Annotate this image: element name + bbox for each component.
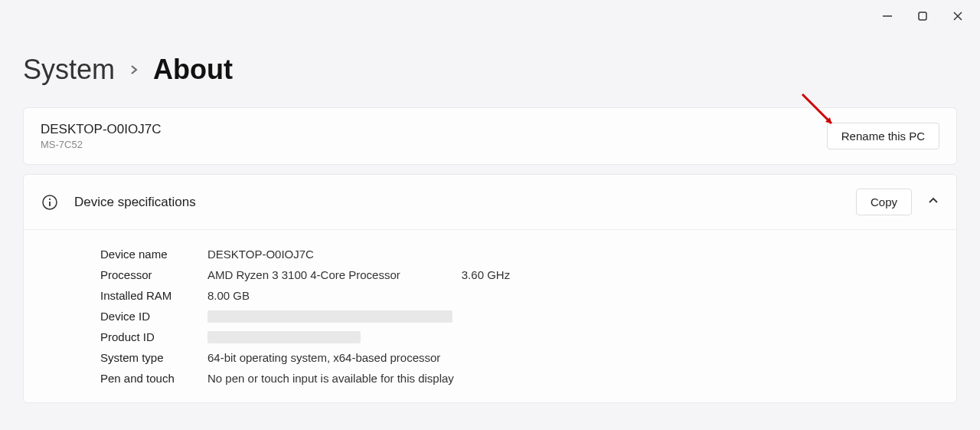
chevron-up-icon[interactable]: [927, 195, 939, 210]
close-button[interactable]: [949, 8, 966, 25]
specs-header[interactable]: Device specifications Copy: [24, 175, 956, 230]
minimize-button[interactable]: [879, 8, 896, 25]
value-device-id-redacted: [207, 310, 452, 323]
specs-body: Device name DESKTOP-O0IOJ7C Processor AM…: [24, 230, 956, 402]
row-ram: Installed RAM 8.00 GB: [100, 285, 939, 306]
label-device-id: Device ID: [100, 310, 207, 323]
row-system-type: System type 64-bit operating system, x64…: [100, 347, 939, 368]
row-device-id: Device ID: [100, 306, 939, 327]
value-product-id-redacted: [207, 331, 361, 343]
value-pen-touch: No pen or touch input is available for t…: [207, 372, 454, 385]
row-device-name: Device name DESKTOP-O0IOJ7C: [100, 244, 939, 264]
device-info: DESKTOP-O0IOJ7C MS-7C52: [41, 122, 161, 150]
row-processor: Processor AMD Ryzen 3 3100 4-Core Proces…: [100, 264, 939, 285]
maximize-button[interactable]: [914, 8, 931, 25]
svg-rect-1: [919, 12, 926, 20]
rename-pc-button[interactable]: Rename this PC: [827, 123, 939, 149]
value-device-name: DESKTOP-O0IOJ7C: [207, 248, 314, 261]
label-pen-touch: Pen and touch: [100, 372, 207, 385]
value-ram: 8.00 GB: [207, 289, 250, 302]
breadcrumb: System About: [0, 0, 980, 107]
label-device-name: Device name: [100, 248, 207, 261]
breadcrumb-current: About: [153, 54, 233, 86]
label-processor: Processor: [100, 268, 207, 281]
device-specs-card: Device specifications Copy Device name D…: [23, 174, 957, 403]
breadcrumb-parent[interactable]: System: [23, 54, 115, 86]
device-model-text: MS-7C52: [41, 139, 161, 150]
chevron-right-icon: [129, 60, 139, 80]
label-system-type: System type: [100, 351, 207, 364]
copy-button[interactable]: Copy: [856, 189, 912, 215]
specs-title: Device specifications: [74, 195, 196, 210]
row-product-id: Product ID: [100, 327, 939, 347]
info-icon: [41, 193, 59, 212]
window-controls: [865, 0, 980, 32]
value-system-type: 64-bit operating system, x64-based proce…: [207, 351, 440, 364]
label-product-id: Product ID: [100, 330, 207, 343]
value-processor-speed: 3.60 GHz: [462, 268, 510, 281]
device-name-text: DESKTOP-O0IOJ7C: [41, 122, 161, 137]
label-ram: Installed RAM: [100, 289, 207, 302]
device-name-card: DESKTOP-O0IOJ7C MS-7C52 Rename this PC: [23, 107, 957, 165]
row-pen-touch: Pen and touch No pen or touch input is a…: [100, 368, 939, 389]
value-processor: AMD Ryzen 3 3100 4-Core Processor: [207, 268, 400, 281]
